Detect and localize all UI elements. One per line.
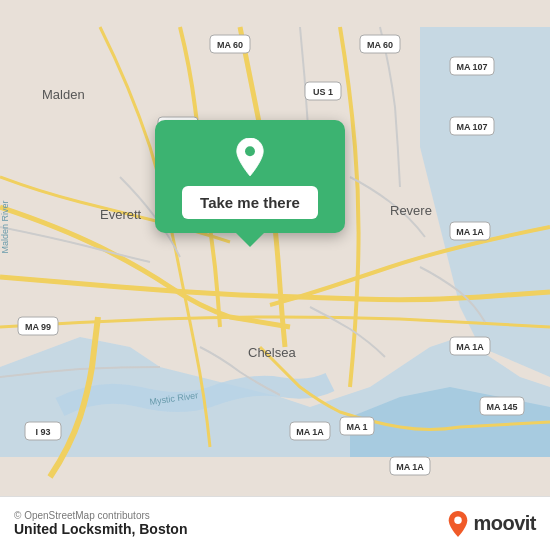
svg-text:MA 107: MA 107: [456, 62, 487, 72]
svg-point-36: [455, 516, 462, 523]
svg-text:I 93: I 93: [35, 427, 50, 437]
svg-point-35: [245, 146, 255, 156]
bottom-bar: © OpenStreetMap contributors United Lock…: [0, 496, 550, 550]
svg-text:Everett: Everett: [100, 207, 142, 222]
svg-text:MA 60: MA 60: [367, 40, 393, 50]
take-me-there-button[interactable]: Take me there: [182, 186, 318, 219]
map-container: MA 60 MA 60 MA 107 MA 107 US 1 MA 99 MA …: [0, 0, 550, 550]
bottom-left-info: © OpenStreetMap contributors United Lock…: [14, 510, 187, 537]
moovit-pin-icon: [447, 511, 469, 537]
svg-text:MA 99: MA 99: [25, 322, 51, 332]
map-background: MA 60 MA 60 MA 107 MA 107 US 1 MA 99 MA …: [0, 0, 550, 550]
moovit-text: moovit: [473, 512, 536, 535]
svg-text:MA 60: MA 60: [217, 40, 243, 50]
svg-text:MA 1A: MA 1A: [456, 227, 484, 237]
svg-text:Malden River: Malden River: [0, 200, 10, 253]
svg-text:MA 107: MA 107: [456, 122, 487, 132]
svg-text:Chelsea: Chelsea: [248, 345, 296, 360]
moovit-logo: moovit: [447, 511, 536, 537]
svg-text:MA 145: MA 145: [486, 402, 517, 412]
svg-text:MA 1A: MA 1A: [456, 342, 484, 352]
svg-text:Malden: Malden: [42, 87, 85, 102]
popup-card: Take me there: [155, 120, 345, 233]
place-name: United Locksmith, Boston: [14, 521, 187, 537]
svg-text:MA 1A: MA 1A: [396, 462, 424, 472]
osm-credit: © OpenStreetMap contributors: [14, 510, 187, 521]
location-pin-icon: [231, 138, 269, 176]
svg-text:US 1: US 1: [313, 87, 333, 97]
svg-text:Revere: Revere: [390, 203, 432, 218]
svg-text:MA 1A: MA 1A: [296, 427, 324, 437]
svg-text:MA 1: MA 1: [346, 422, 367, 432]
